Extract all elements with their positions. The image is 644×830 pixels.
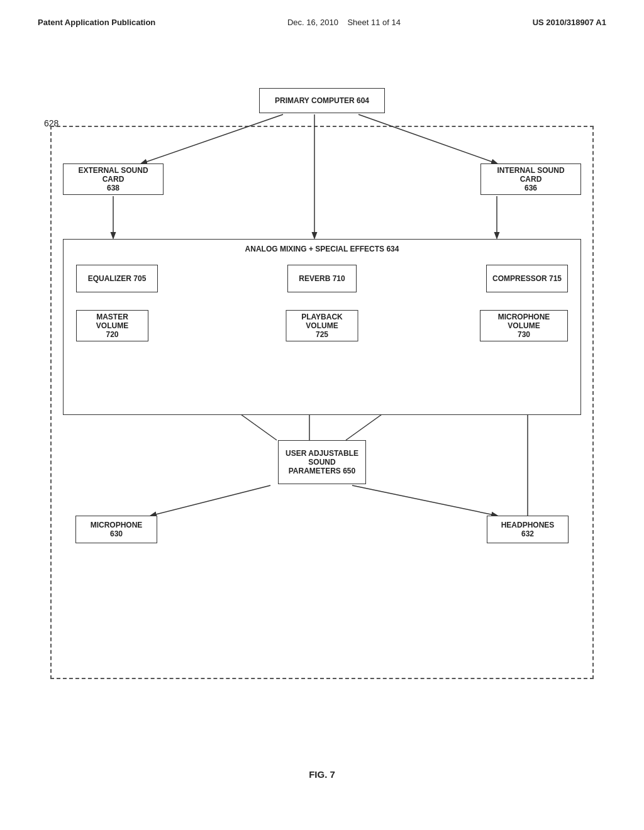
external-sound-card-box: EXTERNAL SOUND CARD638 bbox=[63, 163, 164, 195]
sheet-info: Sheet 11 of 14 bbox=[347, 18, 401, 27]
primary-computer-box: PRIMARY COMPUTER 604 bbox=[259, 88, 385, 113]
date-sheet-info: Dec. 16, 2010 Sheet 11 of 14 bbox=[287, 18, 401, 27]
microphone-volume-box: MICROPHONE VOLUME730 bbox=[480, 310, 568, 341]
master-volume-box: MASTER VOLUME720 bbox=[76, 310, 148, 341]
analog-mixing-outer-box: ANALOG MIXING + SPECIAL EFFECTS 634 EQUA… bbox=[63, 239, 581, 415]
user-adjustable-box: USER ADJUSTABLESOUNDPARAMETERS 650 bbox=[278, 440, 366, 484]
patent-number: US 2010/318907 A1 bbox=[533, 18, 606, 27]
figure-label: FIG. 7 bbox=[309, 769, 335, 780]
playback-volume-box: PLAYBACK VOLUME725 bbox=[286, 310, 358, 341]
reverb-box: REVERB 710 bbox=[287, 265, 357, 292]
microphone-box: MICROPHONE630 bbox=[75, 516, 157, 543]
diagram-area: 628 bbox=[38, 75, 606, 704]
equalizer-box: EQUALIZER 705 bbox=[76, 265, 158, 292]
page-header: Patent Application Publication Dec. 16, … bbox=[0, 0, 644, 27]
publication-label: Patent Application Publication bbox=[38, 18, 155, 27]
analog-mixing-label: ANALOG MIXING + SPECIAL EFFECTS 634 bbox=[64, 245, 580, 253]
publication-date: Dec. 16, 2010 bbox=[287, 18, 338, 27]
compressor-box: COMPRESSOR 715 bbox=[486, 265, 568, 292]
headphones-box: HEADPHONES632 bbox=[487, 516, 569, 543]
internal-sound-card-box: INTERNAL SOUND CARD636 bbox=[480, 163, 581, 195]
